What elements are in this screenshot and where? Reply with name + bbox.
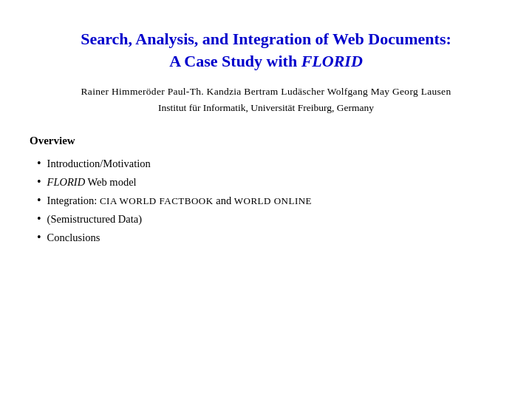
bullet-item-1: Introduction/Motivation [47, 158, 151, 170]
overview-heading: Overview [30, 135, 502, 147]
page: Search, Analysis, and Integration of Web… [0, 0, 532, 412]
list-item: Conclusions [37, 232, 502, 244]
list-item: Introduction/Motivation [37, 158, 502, 170]
list-item: (Semistructured Data) [37, 213, 502, 226]
bullet-list: Introduction/Motivation FLORID Web model… [30, 158, 502, 250]
bullet-item-3: Integration: CIA WORLD FACTBOOK and WORL… [47, 195, 312, 207]
title-line1: Search, Analysis, and Integration of Web… [30, 30, 502, 49]
bullet-item-4: (Semistructured Data) [47, 213, 142, 226]
title-line2-prefix: A Case Study with [169, 52, 301, 70]
bullet-item-5: Conclusions [47, 232, 100, 244]
authors: Rainer Himmeröder Paul-Th. Kandzia Bertr… [30, 86, 502, 98]
list-item: Integration: CIA WORLD FACTBOOK and WORL… [37, 195, 502, 207]
list-item: FLORID Web model [37, 176, 502, 189]
title-florid: FLORID [301, 52, 363, 70]
institution: Institut für Informatik, Universität Fre… [30, 102, 502, 114]
title-section: Search, Analysis, and Integration of Web… [30, 30, 502, 71]
bullet-item-2: FLORID Web model [47, 176, 137, 189]
title-line2: A Case Study with FLORID [30, 52, 502, 71]
